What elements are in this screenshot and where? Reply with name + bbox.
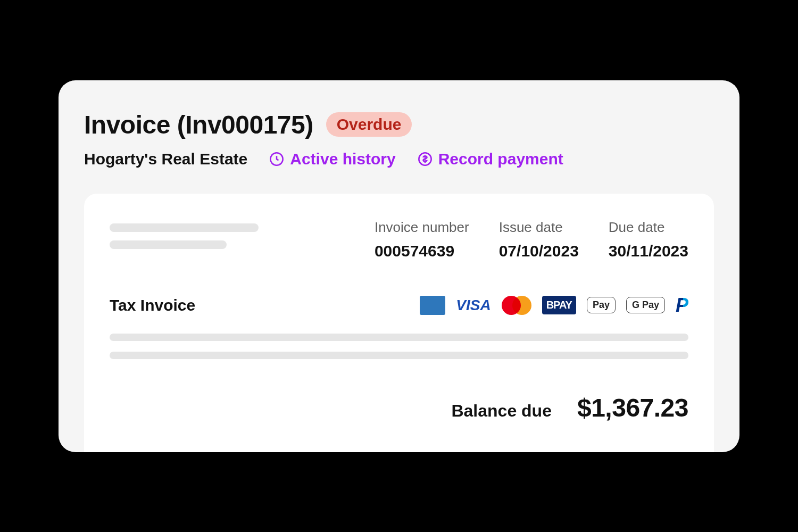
bpay-icon: BPAY (542, 296, 576, 314)
meta-label: Issue date (499, 219, 579, 236)
placeholder-bar (110, 334, 688, 341)
meta-label: Invoice number (375, 219, 469, 236)
status-badge: Overdue (326, 112, 412, 137)
meta-value: 30/11/2023 (609, 242, 688, 260)
payment-method-logos: VISA BPAY Pay G Pay P (420, 294, 688, 317)
placeholder-bar (110, 240, 227, 249)
sender-placeholder (110, 219, 259, 260)
page-title: Invoice (Inv000175) (84, 110, 313, 139)
google-pay-icon: G Pay (626, 297, 665, 313)
balance-due-label: Balance due (451, 401, 552, 421)
record-payment-label: Record payment (438, 150, 563, 168)
apple-pay-icon: Pay (587, 297, 616, 313)
meta-due-date: Due date 30/11/2023 (609, 219, 688, 260)
tax-invoice-title: Tax Invoice (110, 296, 195, 314)
meta-group: Invoice number 000574639 Issue date 07/1… (375, 219, 688, 260)
dollar-circle-icon (417, 151, 433, 167)
active-history-label: Active history (290, 150, 395, 168)
active-history-link[interactable]: Active history (269, 150, 395, 168)
balance-row: Balance due $1,367.23 (110, 393, 688, 422)
meta-value: 07/10/2023 (499, 242, 579, 260)
meta-row: Invoice number 000574639 Issue date 07/1… (110, 219, 688, 260)
paypal-icon: P (676, 294, 688, 317)
mastercard-icon (502, 296, 531, 315)
meta-label: Due date (609, 219, 688, 236)
meta-issue-date: Issue date 07/10/2023 (499, 219, 579, 260)
subheader-row: Hogarty's Real Estate Active history Rec… (84, 150, 714, 168)
meta-value: 000574639 (375, 242, 469, 260)
record-payment-link[interactable]: Record payment (417, 150, 563, 168)
visa-icon: VISA (456, 297, 491, 314)
tax-row: Tax Invoice VISA BPAY Pay G Pay P (110, 294, 688, 317)
amex-icon (420, 296, 445, 315)
header-row: Invoice (Inv000175) Overdue (84, 110, 714, 139)
invoice-panel: Invoice (Inv000175) Overdue Hogarty's Re… (59, 80, 739, 452)
meta-invoice-number: Invoice number 000574639 (375, 219, 469, 260)
placeholder-bar (110, 223, 259, 232)
invoice-card: Invoice number 000574639 Issue date 07/1… (84, 194, 714, 452)
placeholder-bar (110, 352, 688, 359)
invoice-lines-placeholder (110, 334, 688, 359)
vendor-name: Hogarty's Real Estate (84, 150, 247, 168)
balance-due-value: $1,367.23 (577, 393, 688, 422)
clock-icon (269, 151, 285, 167)
